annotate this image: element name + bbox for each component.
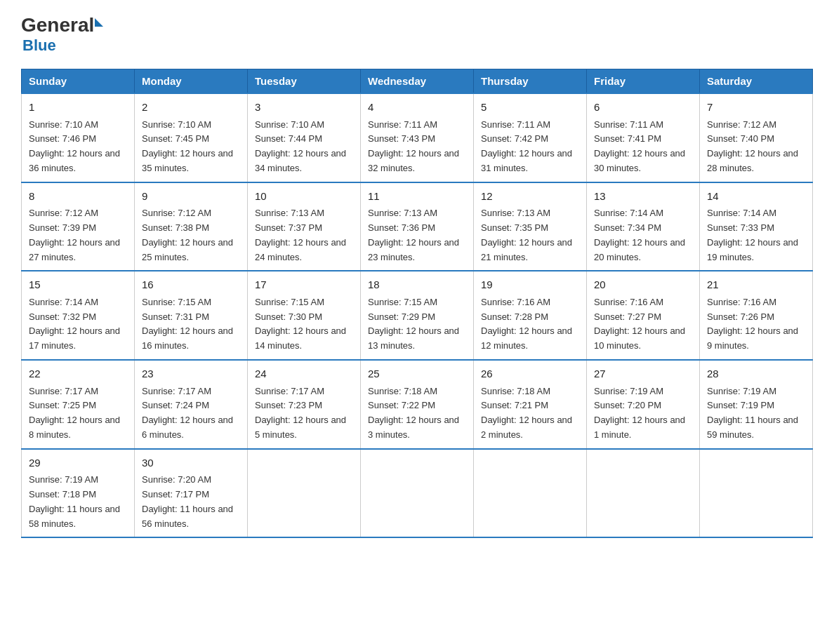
day-info: Sunrise: 7:11 AMSunset: 7:42 PMDaylight:… — [481, 119, 572, 173]
calendar-cell: 23 Sunrise: 7:17 AMSunset: 7:24 PMDaylig… — [135, 360, 248, 449]
day-info: Sunrise: 7:20 AMSunset: 7:17 PMDaylight:… — [142, 474, 233, 528]
calendar-cell: 17 Sunrise: 7:15 AMSunset: 7:30 PMDaylig… — [248, 271, 361, 360]
day-info: Sunrise: 7:17 AMSunset: 7:25 PMDaylight:… — [29, 386, 120, 440]
day-info: Sunrise: 7:10 AMSunset: 7:44 PMDaylight:… — [255, 119, 346, 173]
day-number: 3 — [255, 100, 353, 116]
day-info: Sunrise: 7:19 AMSunset: 7:18 PMDaylight:… — [29, 474, 120, 528]
calendar-cell: 22 Sunrise: 7:17 AMSunset: 7:25 PMDaylig… — [22, 360, 135, 449]
day-info: Sunrise: 7:18 AMSunset: 7:22 PMDaylight:… — [368, 386, 459, 440]
day-info: Sunrise: 7:14 AMSunset: 7:33 PMDaylight:… — [707, 208, 798, 262]
day-info: Sunrise: 7:16 AMSunset: 7:28 PMDaylight:… — [481, 297, 572, 351]
day-number: 23 — [142, 366, 240, 382]
day-number: 26 — [481, 366, 579, 382]
calendar-cell: 8 Sunrise: 7:12 AMSunset: 7:39 PMDayligh… — [22, 182, 135, 271]
calendar-cell: 28 Sunrise: 7:19 AMSunset: 7:19 PMDaylig… — [700, 360, 813, 449]
day-info: Sunrise: 7:13 AMSunset: 7:36 PMDaylight:… — [368, 208, 459, 262]
day-number: 9 — [142, 189, 240, 205]
calendar-cell: 19 Sunrise: 7:16 AMSunset: 7:28 PMDaylig… — [474, 271, 587, 360]
calendar-cell: 1 Sunrise: 7:10 AMSunset: 7:46 PMDayligh… — [22, 93, 135, 182]
day-info: Sunrise: 7:19 AMSunset: 7:20 PMDaylight:… — [594, 386, 685, 440]
calendar-cell — [474, 449, 587, 538]
day-info: Sunrise: 7:13 AMSunset: 7:37 PMDaylight:… — [255, 208, 346, 262]
weekday-header-thursday: Thursday — [474, 69, 587, 94]
day-info: Sunrise: 7:12 AMSunset: 7:38 PMDaylight:… — [142, 208, 233, 262]
day-number: 12 — [481, 189, 579, 205]
day-info: Sunrise: 7:15 AMSunset: 7:29 PMDaylight:… — [368, 297, 459, 351]
day-number: 16 — [142, 277, 240, 293]
calendar-cell: 21 Sunrise: 7:16 AMSunset: 7:26 PMDaylig… — [700, 271, 813, 360]
day-number: 17 — [255, 277, 353, 293]
day-number: 13 — [594, 189, 692, 205]
day-number: 22 — [29, 366, 127, 382]
week-row-4: 22 Sunrise: 7:17 AMSunset: 7:25 PMDaylig… — [22, 360, 813, 449]
day-number: 15 — [29, 277, 127, 293]
day-info: Sunrise: 7:11 AMSunset: 7:41 PMDaylight:… — [594, 119, 685, 173]
calendar-cell: 9 Sunrise: 7:12 AMSunset: 7:38 PMDayligh… — [135, 182, 248, 271]
calendar-cell: 26 Sunrise: 7:18 AMSunset: 7:21 PMDaylig… — [474, 360, 587, 449]
day-number: 18 — [368, 277, 466, 293]
logo-blue-text: Blue — [22, 36, 103, 55]
day-number: 29 — [29, 455, 127, 471]
calendar-cell — [587, 449, 700, 538]
day-number: 5 — [481, 100, 579, 116]
calendar-cell: 7 Sunrise: 7:12 AMSunset: 7:40 PMDayligh… — [700, 93, 813, 182]
day-number: 6 — [594, 100, 692, 116]
weekday-header-saturday: Saturday — [700, 69, 813, 94]
calendar-cell: 2 Sunrise: 7:10 AMSunset: 7:45 PMDayligh… — [135, 93, 248, 182]
calendar-cell: 27 Sunrise: 7:19 AMSunset: 7:20 PMDaylig… — [587, 360, 700, 449]
day-info: Sunrise: 7:14 AMSunset: 7:32 PMDaylight:… — [29, 297, 120, 351]
day-info: Sunrise: 7:19 AMSunset: 7:19 PMDaylight:… — [707, 386, 798, 440]
day-number: 11 — [368, 189, 466, 205]
week-row-2: 8 Sunrise: 7:12 AMSunset: 7:39 PMDayligh… — [22, 182, 813, 271]
day-info: Sunrise: 7:12 AMSunset: 7:40 PMDaylight:… — [707, 119, 798, 173]
calendar-cell: 12 Sunrise: 7:13 AMSunset: 7:35 PMDaylig… — [474, 182, 587, 271]
weekday-header-tuesday: Tuesday — [248, 69, 361, 94]
day-number: 2 — [142, 100, 240, 116]
weekday-header-monday: Monday — [135, 69, 248, 94]
day-number: 20 — [594, 277, 692, 293]
day-number: 27 — [594, 366, 692, 382]
calendar-table: SundayMondayTuesdayWednesdayThursdayFrid… — [21, 69, 813, 538]
day-number: 19 — [481, 277, 579, 293]
day-number: 8 — [29, 189, 127, 205]
day-number: 1 — [29, 100, 127, 116]
day-info: Sunrise: 7:17 AMSunset: 7:24 PMDaylight:… — [142, 386, 233, 440]
day-info: Sunrise: 7:16 AMSunset: 7:27 PMDaylight:… — [594, 297, 685, 351]
week-row-5: 29 Sunrise: 7:19 AMSunset: 7:18 PMDaylig… — [22, 449, 813, 538]
weekday-header-friday: Friday — [587, 69, 700, 94]
page-header: General Blue — [21, 14, 813, 55]
calendar-cell: 5 Sunrise: 7:11 AMSunset: 7:42 PMDayligh… — [474, 93, 587, 182]
day-info: Sunrise: 7:11 AMSunset: 7:43 PMDaylight:… — [368, 119, 459, 173]
calendar-cell: 15 Sunrise: 7:14 AMSunset: 7:32 PMDaylig… — [22, 271, 135, 360]
weekday-header-row: SundayMondayTuesdayWednesdayThursdayFrid… — [22, 69, 813, 94]
week-row-1: 1 Sunrise: 7:10 AMSunset: 7:46 PMDayligh… — [22, 93, 813, 182]
day-number: 10 — [255, 189, 353, 205]
calendar-cell: 24 Sunrise: 7:17 AMSunset: 7:23 PMDaylig… — [248, 360, 361, 449]
day-info: Sunrise: 7:15 AMSunset: 7:30 PMDaylight:… — [255, 297, 346, 351]
day-info: Sunrise: 7:14 AMSunset: 7:34 PMDaylight:… — [594, 208, 685, 262]
calendar-cell: 10 Sunrise: 7:13 AMSunset: 7:37 PMDaylig… — [248, 182, 361, 271]
calendar-cell: 20 Sunrise: 7:16 AMSunset: 7:27 PMDaylig… — [587, 271, 700, 360]
day-number: 14 — [707, 189, 805, 205]
day-number: 30 — [142, 455, 240, 471]
logo: General Blue — [21, 14, 103, 55]
logo-general-text: General — [21, 14, 94, 36]
day-info: Sunrise: 7:12 AMSunset: 7:39 PMDaylight:… — [29, 208, 120, 262]
calendar-cell: 30 Sunrise: 7:20 AMSunset: 7:17 PMDaylig… — [135, 449, 248, 538]
day-number: 28 — [707, 366, 805, 382]
calendar-cell: 25 Sunrise: 7:18 AMSunset: 7:22 PMDaylig… — [361, 360, 474, 449]
logo-triangle-icon — [95, 18, 103, 27]
week-row-3: 15 Sunrise: 7:14 AMSunset: 7:32 PMDaylig… — [22, 271, 813, 360]
calendar-cell: 6 Sunrise: 7:11 AMSunset: 7:41 PMDayligh… — [587, 93, 700, 182]
day-info: Sunrise: 7:13 AMSunset: 7:35 PMDaylight:… — [481, 208, 572, 262]
calendar-cell: 13 Sunrise: 7:14 AMSunset: 7:34 PMDaylig… — [587, 182, 700, 271]
calendar-cell: 4 Sunrise: 7:11 AMSunset: 7:43 PMDayligh… — [361, 93, 474, 182]
day-number: 25 — [368, 366, 466, 382]
day-info: Sunrise: 7:17 AMSunset: 7:23 PMDaylight:… — [255, 386, 346, 440]
calendar-cell: 16 Sunrise: 7:15 AMSunset: 7:31 PMDaylig… — [135, 271, 248, 360]
day-number: 24 — [255, 366, 353, 382]
day-info: Sunrise: 7:16 AMSunset: 7:26 PMDaylight:… — [707, 297, 798, 351]
day-info: Sunrise: 7:15 AMSunset: 7:31 PMDaylight:… — [142, 297, 233, 351]
weekday-header-wednesday: Wednesday — [361, 69, 474, 94]
day-number: 21 — [707, 277, 805, 293]
